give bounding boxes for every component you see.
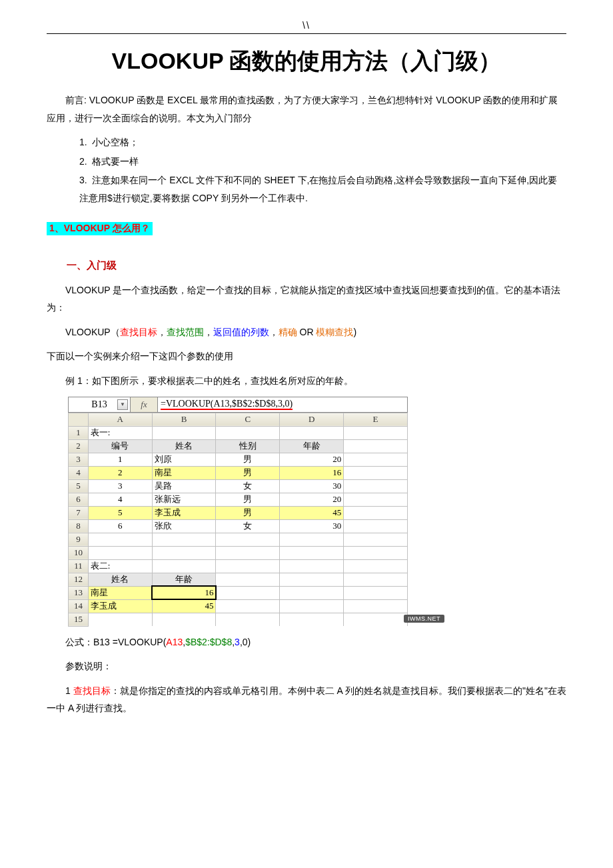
param1-name: 查找目标 (73, 685, 111, 696)
col-header: C (216, 413, 280, 426)
selected-cell: 16 (152, 586, 216, 599)
col-header: D (280, 413, 344, 426)
section-title: 一、入门级 (47, 259, 566, 272)
table2-header: 年龄 (152, 573, 216, 586)
table1-label: 表一: (88, 426, 152, 439)
preface: 前言: VLOOKUP 函数是 EXCEL 最常用的查找函数，为了方便大家学习，… (47, 91, 566, 127)
note-item: 2. 格式要一样 (79, 153, 566, 171)
param1: 1 查找目标：就是你指定的查找的内容或单元格引用。本例中表二 A 列的姓名就是查… (47, 682, 566, 717)
formula-text: =VLOOKUP(A13,$B$2:$D$8,3,0) (161, 399, 293, 410)
document-page: \\ VLOOKUP 函数的使用方法（入门级） 前言: VLOOKUP 函数是 … (0, 0, 613, 751)
intro-paragraph: VLOOKUP 是一个查找函数，给定一个查找的目标，它就能从指定的查找区域中查找… (47, 281, 566, 317)
table2-label: 表二: (88, 559, 152, 573)
header-rule (47, 33, 566, 34)
corner-cell (69, 413, 89, 426)
table1-header: 年龄 (280, 439, 344, 453)
example-lead: 下面以一个实例来介绍一下这四个参数的使用 (47, 347, 566, 365)
notes-list: 1. 小心空格； 2. 格式要一样 3. 注意如果在同一个 EXCL 文件下和不… (47, 133, 566, 207)
syntax-arg4b: 模糊查找 (316, 327, 353, 337)
chevron-down-icon: ▼ (117, 399, 128, 410)
col-header: B (152, 413, 216, 426)
example1-text: 例 1：如下图所示，要求根据表二中的姓名，查找姓名所对应的年龄。 (47, 372, 566, 390)
syntax-prefix: VLOOKUP（ (65, 327, 120, 337)
page-title: VLOOKUP 函数的使用方法（入门级） (47, 46, 566, 77)
syntax-arg2: 查找范围 (167, 327, 204, 337)
formula-line: 公式：B13 =VLOOKUP(A13,$B$2:$D$8,3,0) (47, 633, 566, 651)
header-mark: \\ (47, 20, 566, 31)
note-item: 3. 注意如果在同一个 EXCL 文件下和不同的 SHEET 下,在拖拉后会自动… (79, 171, 566, 207)
name-box-value: B13 (91, 399, 107, 410)
name-box: B13 ▼ (69, 397, 131, 412)
col-headers: A B C D E (69, 413, 408, 426)
formula-bar: B13 ▼ fx =VLOOKUP(A13,$B$2:$D$8,3,0) (68, 397, 408, 413)
table1-header: 编号 (88, 439, 152, 453)
table2-header: 姓名 (88, 573, 152, 586)
q1-label: 1、VLOOKUP 怎么用？ (47, 222, 153, 235)
spreadsheet: A B C D E 1表一: 2 编号 姓名 性别 年龄 31刘原男20 42南… (68, 413, 408, 627)
table1-header: 性别 (216, 439, 280, 453)
param-label: 参数说明： (47, 657, 566, 675)
syntax-arg4a: 精确 (279, 327, 297, 337)
excel-screenshot: B13 ▼ fx =VLOOKUP(A13,$B$2:$D$8,3,0) A B… (68, 397, 408, 627)
watermark: IWMS.NET (404, 615, 444, 623)
table1-header: 姓名 (152, 439, 216, 453)
note-item: 1. 小心空格； (79, 133, 566, 151)
fx-label: fx (131, 397, 158, 412)
formula-value: =VLOOKUP(A13,$B$2:$D$8,3,0) (158, 397, 407, 412)
col-header: A (88, 413, 152, 426)
syntax-line: VLOOKUP（查找目标，查找范围，返回值的列数，精确 OR 模糊查找) (47, 323, 566, 341)
syntax-arg3: 返回值的列数 (213, 327, 269, 337)
col-header: E (344, 413, 408, 426)
note-text: 小心空格； (92, 137, 139, 147)
question-highlight: 1、VLOOKUP 怎么用？ (47, 217, 566, 245)
note-text: 格式要一样 (92, 156, 139, 167)
syntax-arg1: 查找目标 (120, 327, 157, 337)
note-text: 注意如果在同一个 EXCL 文件下和不同的 SHEET 下,在拖拉后会自动跑格,… (79, 175, 557, 203)
